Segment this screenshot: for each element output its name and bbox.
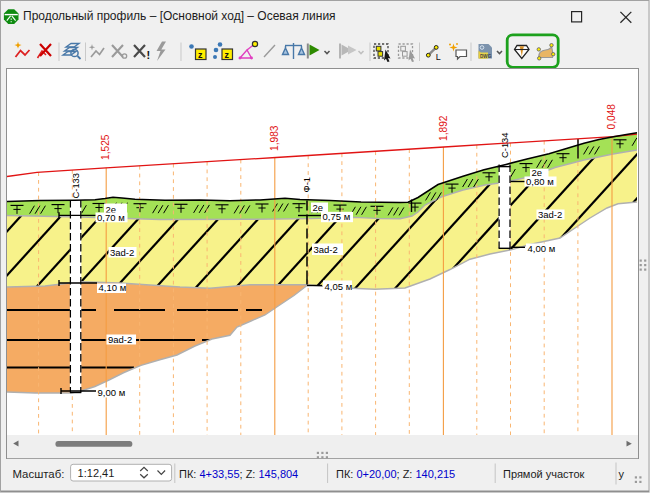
svg-text:3ad-2: 3ad-2 [538,209,562,220]
svg-text:3ad-2: 3ad-2 [314,244,338,255]
svg-text:DWG: DWG [480,54,492,59]
svg-text:z: z [198,50,203,60]
svg-text:Ф-1: Ф-1 [301,177,312,192]
svg-text:1:12,41: 1:12,41 [78,467,115,479]
svg-text:у: у [619,468,625,480]
svg-text:4,05 м: 4,05 м [325,281,353,292]
svg-text:С-133: С-133 [70,173,81,199]
svg-text:0,70 м: 0,70 м [97,212,125,223]
svg-text:Масштаб:: Масштаб: [13,468,65,480]
svg-text:ПК: 0+20,00; Z: 140,215: ПК: 0+20,00; Z: 140,215 [336,468,455,480]
svg-text:4,00 м: 4,00 м [528,243,556,254]
svg-text:0,048: 0,048 [606,104,617,130]
svg-text:L: L [436,52,441,62]
svg-text:!: ! [147,49,151,61]
svg-text:1,525: 1,525 [100,134,111,160]
svg-text:1,892: 1,892 [438,115,449,141]
svg-text:4,10 м: 4,10 м [99,282,127,293]
svg-text:0,75 м: 0,75 м [323,211,351,222]
svg-text:z: z [225,50,230,60]
svg-text:9,00 м: 9,00 м [98,387,126,398]
svg-text:Продольный профиль – [Основной: Продольный профиль – [Основной ход] – Ос… [23,9,336,23]
svg-text:ПК: 4+33,55; Z: 145,804: ПК: 4+33,55; Z: 145,804 [179,468,298,480]
svg-text:9ad-2: 9ad-2 [108,334,132,345]
svg-text:2е: 2е [313,202,324,213]
svg-text:С-134: С-134 [499,132,510,158]
svg-text:0,80 м: 0,80 м [526,176,554,187]
svg-text:3ad-2: 3ad-2 [110,247,134,258]
svg-text:1,983: 1,983 [269,125,280,151]
svg-text:Прямой участок: Прямой участок [503,468,585,480]
